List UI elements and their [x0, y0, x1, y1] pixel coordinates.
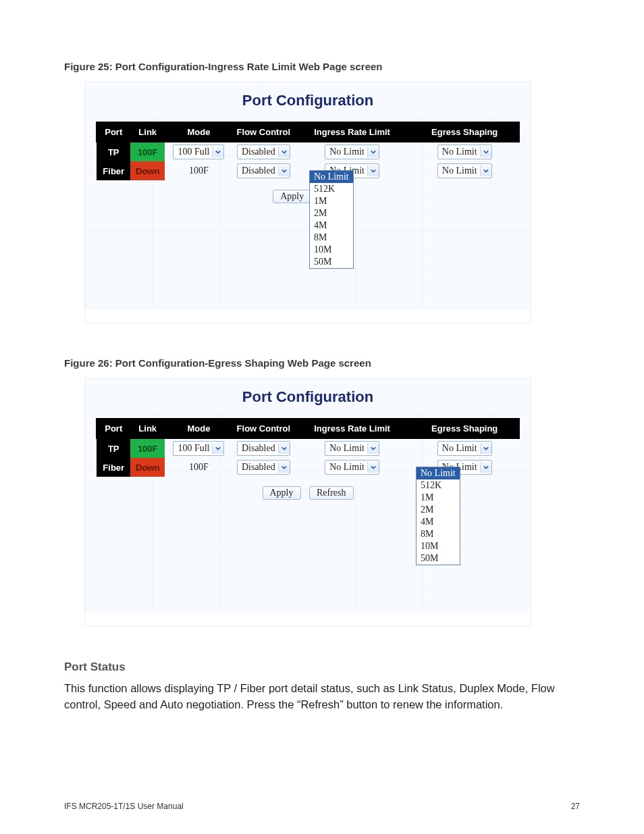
flow-value: Disabled [242, 443, 275, 454]
mode-fiber: 100F [189, 165, 209, 176]
col-port: Port [97, 419, 130, 438]
mode-select-tp[interactable]: 100 Full [173, 145, 224, 159]
col-link: Link [130, 419, 164, 438]
footer-page-number: 27 [571, 802, 580, 811]
table-row: Fiber Down 100F Disabled No Limit [97, 161, 519, 180]
col-flow: Flow Control [233, 122, 294, 142]
ingress-select-tp[interactable]: No Limit [325, 145, 379, 159]
section-title-port-status: Port Status [64, 660, 580, 674]
col-ingress: Ingress Rate Limit [294, 419, 410, 438]
table-row: TP 100F 100 Full Disabled [97, 142, 519, 161]
dropdown-option[interactable]: No Limit [310, 171, 353, 183]
chevron-down-icon [367, 462, 379, 473]
port-fiber: Fiber [97, 161, 130, 180]
ingress-select-fiber[interactable]: No Limit [325, 460, 379, 475]
figure-25-caption: Figure 25: Port Configuration-Ingress Ra… [64, 61, 580, 72]
figure-26: Port Configuration Port Link Mode Flow C… [84, 378, 531, 627]
chevron-down-icon [480, 462, 491, 473]
table-row: TP 100F 100 Full Disabled [97, 438, 519, 458]
egress-value: No Limit [442, 165, 477, 176]
refresh-button[interactable]: Refresh [309, 486, 354, 500]
panel-title: Port Configuration [85, 379, 531, 414]
section-body: This function allows displaying TP / Fib… [64, 681, 580, 713]
mode-select-tp[interactable]: 100 Full [173, 441, 224, 456]
ingress-value: No Limit [329, 462, 365, 473]
chevron-down-icon [367, 165, 379, 176]
flow-value: Disabled [242, 147, 275, 157]
chevron-down-icon [480, 147, 491, 157]
flow-select-fiber[interactable]: Disabled [237, 460, 290, 475]
egress-value: No Limit [442, 147, 477, 157]
chevron-down-icon [278, 165, 290, 176]
link-tp: 100F [130, 438, 164, 458]
panel-title: Port Configuration [85, 82, 531, 118]
port-config-table: Port Link Mode Flow Control Ingress Rate… [96, 122, 520, 180]
ingress-dropdown[interactable]: No Limit 512K 1M 2M 4M 8M 10M 50M [309, 170, 354, 269]
chevron-down-icon [278, 443, 290, 454]
mode-value: 100 Full [178, 443, 209, 454]
dropdown-option[interactable]: 2M [310, 207, 353, 219]
col-ingress: Ingress Rate Limit [294, 122, 410, 142]
apply-button[interactable]: Apply [263, 486, 301, 500]
dropdown-option[interactable]: 4M [310, 219, 353, 232]
chevron-down-icon [367, 147, 379, 157]
chevron-down-icon [278, 147, 290, 157]
figure-26-caption: Figure 26: Port Configuration-Egress Sha… [64, 357, 580, 369]
dropdown-option[interactable]: 10M [310, 244, 353, 256]
chevron-down-icon [480, 443, 491, 454]
chevron-down-icon [367, 443, 379, 454]
dropdown-option[interactable]: 8M [417, 528, 460, 540]
port-fiber: Fiber [97, 458, 130, 477]
link-tp: 100F [130, 142, 164, 161]
dropdown-option[interactable]: 512K [417, 479, 460, 492]
table-header-row: Port Link Mode Flow Control Ingress Rate… [97, 122, 519, 142]
col-flow: Flow Control [233, 419, 294, 438]
col-link: Link [130, 122, 164, 142]
ingress-value: No Limit [329, 147, 365, 157]
figure-25: Port Configuration Port Link Mode Flow C… [84, 82, 531, 323]
col-mode: Mode [165, 122, 233, 142]
col-egress: Egress Shaping [410, 419, 519, 438]
dropdown-option[interactable]: 2M [417, 504, 460, 516]
col-mode: Mode [165, 419, 233, 438]
flow-select-tp[interactable]: Disabled [237, 145, 290, 159]
footer-left: IFS MCR205-1T/1S User Manual [64, 802, 184, 811]
dropdown-option[interactable]: 8M [310, 232, 353, 244]
egress-select-fiber[interactable]: No Limit [437, 163, 492, 178]
dropdown-option[interactable]: 4M [417, 516, 460, 528]
apply-button[interactable]: Apply [273, 190, 311, 203]
flow-select-fiber[interactable]: Disabled [237, 163, 290, 178]
dropdown-option[interactable]: No Limit [417, 467, 460, 479]
ingress-value: No Limit [329, 443, 365, 454]
port-tp: TP [97, 438, 130, 458]
chevron-down-icon [212, 147, 223, 157]
egress-value: No Limit [442, 443, 477, 454]
flow-select-tp[interactable]: Disabled [237, 441, 290, 456]
dropdown-option[interactable]: 1M [310, 195, 353, 207]
dropdown-option[interactable]: 10M [417, 540, 460, 552]
egress-select-tp[interactable]: No Limit [437, 441, 492, 456]
table-header-row: Port Link Mode Flow Control Ingress Rate… [97, 419, 519, 438]
mode-fiber: 100F [189, 462, 209, 472]
link-fiber: Down [130, 458, 164, 477]
col-egress: Egress Shaping [410, 122, 519, 142]
ingress-select-tp[interactable]: No Limit [325, 441, 379, 456]
mode-value: 100 Full [178, 147, 209, 157]
flow-value: Disabled [242, 462, 275, 473]
dropdown-option[interactable]: 1M [417, 492, 460, 504]
chevron-down-icon [278, 462, 290, 473]
port-tp: TP [97, 142, 130, 161]
col-port: Port [97, 122, 130, 142]
dropdown-option[interactable]: 50M [310, 256, 353, 268]
egress-select-tp[interactable]: No Limit [437, 145, 492, 159]
link-fiber: Down [130, 161, 164, 180]
egress-dropdown[interactable]: No Limit 512K 1M 2M 4M 8M 10M 50M [416, 467, 460, 565]
chevron-down-icon [212, 443, 223, 454]
dropdown-option[interactable]: 512K [310, 183, 353, 195]
flow-value: Disabled [242, 165, 275, 176]
dropdown-option[interactable]: 50M [417, 552, 460, 565]
chevron-down-icon [480, 165, 491, 176]
